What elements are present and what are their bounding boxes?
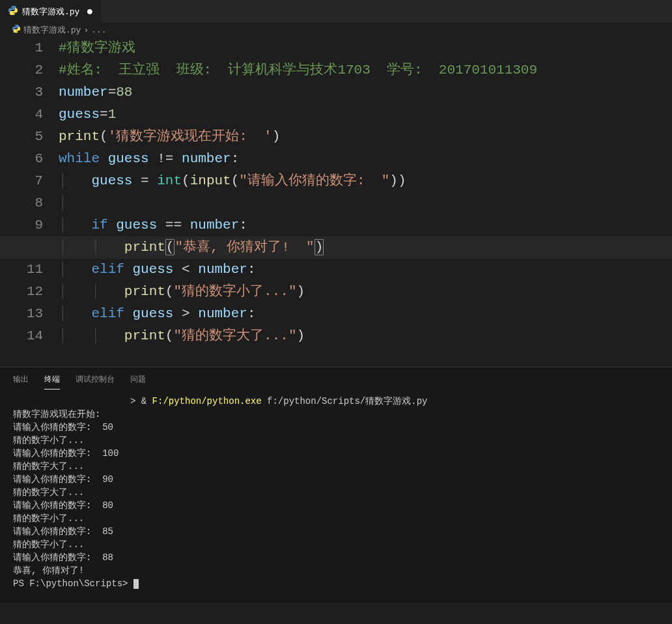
panel-tab-problems[interactable]: 问题 [130,374,146,390]
line-number: 8 [0,192,43,214]
line-number: 1 [0,37,43,59]
terminal-line: 猜的数字大了... [13,460,659,473]
panel-tab-debug-console[interactable]: 调试控制台 [76,374,115,390]
breadcrumb[interactable]: 猜数字游戏.py › ... [0,23,672,37]
cursor-icon [133,579,139,589]
tab-bar: 猜数字游戏.py ● [0,0,672,23]
terminal-line: 猜的数字大了... [13,486,659,499]
code-line[interactable]: │ [59,192,672,214]
line-number: 9 [0,214,43,236]
terminal-line: 请输入你猜的数字: 85 [13,525,659,538]
editor-tab[interactable]: 猜数字游戏.py ● [0,0,102,23]
line-number: 2 [0,59,43,81]
code-line[interactable]: number=88 [59,81,672,104]
code-line[interactable]: │ elif guess < number: [59,259,672,281]
terminal-line: 猜的数字小了... [13,434,659,447]
breadcrumb-file[interactable]: 猜数字游戏.py [23,24,81,36]
terminal-line: 请输入你猜的数字: 100 [13,447,659,460]
python-icon [12,24,21,36]
line-number: 13 [0,303,43,325]
chevron-right-icon: › [83,25,89,35]
terminal-line: 请输入你猜的数字: 80 [13,499,659,512]
terminal-line: 请输入你猜的数字: 90 [13,473,659,486]
terminal-line: 猜的数字小了... [13,512,659,525]
line-number: 14 [0,325,43,347]
terminal-line: 请输入你猜的数字: 50 [13,421,659,434]
code-editor[interactable]: 1234567891011121314 #猜数字游戏#姓名: 王立强 班级: 计… [0,37,672,347]
code-line[interactable]: while guess != number: [59,148,672,170]
terminal-command: > & F:/python/python.exe f:/python/Scrip… [13,395,659,408]
code-line[interactable]: │ elif guess > number: [59,303,672,325]
panel-tab-terminal[interactable]: 终端 [44,374,60,390]
bottom-panel: 输出 终端 调试控制台 问题 > & F:/python/python.exe … [0,367,672,603]
code-line[interactable]: print('猜数字游戏现在开始: ') [59,126,672,148]
code-line[interactable]: │ │ print("猜的数字小了...") [59,281,672,303]
code-line[interactable]: │ if guess == number: [59,214,672,236]
line-number: 12 [0,281,43,303]
terminal-line: 猜的数字小了... [13,538,659,551]
line-number: 5 [0,126,43,148]
line-number: 11 [0,259,43,281]
line-number: 7 [0,170,43,192]
python-icon [8,5,18,18]
code-content[interactable]: #猜数字游戏#姓名: 王立强 班级: 计算机科学与技术1703 学号: 2017… [59,37,672,347]
terminal-output[interactable]: > & F:/python/python.exe f:/python/Scrip… [0,390,672,603]
code-line[interactable]: │ guess = int(input("请输入你猜的数字: ")) [59,170,672,192]
code-line[interactable]: #姓名: 王立强 班级: 计算机科学与技术1703 学号: 2017010113… [59,59,672,81]
code-line[interactable]: guess=1 [59,104,672,126]
terminal-prompt[interactable]: PS F:\python\Scripts> [13,577,659,590]
terminal-line: 请输入你猜的数字: 88 [13,551,659,564]
line-number-gutter: 1234567891011121314 [0,37,59,347]
code-line[interactable]: │ │ print("恭喜, 你猜对了! ") [59,236,672,259]
line-number: 3 [0,81,43,104]
panel-tab-bar: 输出 终端 调试控制台 问题 [0,367,672,390]
tab-title: 猜数字游戏.py [22,6,79,18]
breadcrumb-rest[interactable]: ... [91,25,106,35]
terminal-line: 恭喜, 你猜对了! [13,564,659,577]
line-number: 6 [0,148,43,170]
line-number: 4 [0,104,43,126]
code-line[interactable]: #猜数字游戏 [59,37,672,59]
code-line[interactable]: │ │ print("猜的数字大了...") [59,325,672,347]
dirty-indicator-icon: ● [86,5,93,18]
terminal-line: 猜数字游戏现在开始: [13,408,659,421]
panel-tab-output[interactable]: 输出 [13,374,29,390]
